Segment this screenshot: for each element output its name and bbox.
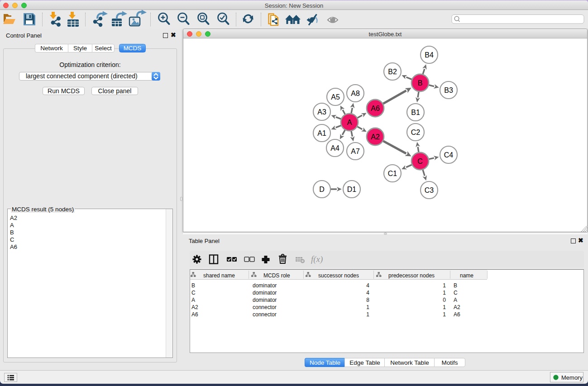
svg-text:A2: A2: [371, 133, 380, 141]
svg-text:A4: A4: [330, 144, 339, 152]
svg-text:A6: A6: [371, 105, 380, 112]
svg-text:A: A: [347, 119, 352, 126]
svg-text:B1: B1: [411, 109, 420, 116]
svg-text:Memory: Memory: [561, 374, 583, 381]
svg-text:f(x): f(x): [311, 254, 323, 264]
svg-text:B2: B2: [388, 68, 397, 76]
svg-text:A8: A8: [351, 90, 360, 97]
svg-text:C1: C1: [388, 170, 397, 177]
svg-text:A3: A3: [317, 108, 326, 116]
svg-text:A1: A1: [317, 129, 326, 137]
svg-text:B: B: [418, 79, 423, 87]
svg-text:D1: D1: [347, 186, 357, 193]
svg-text:B3: B3: [444, 86, 453, 94]
svg-text:C: C: [417, 157, 423, 165]
svg-text:D: D: [319, 186, 325, 193]
svg-text:A5: A5: [331, 93, 340, 101]
svg-text:C3: C3: [425, 186, 434, 194]
svg-text:C2: C2: [411, 129, 421, 136]
svg-text:A7: A7: [351, 148, 360, 155]
svg-text:B4: B4: [425, 51, 434, 59]
svg-text:C4: C4: [444, 151, 454, 159]
